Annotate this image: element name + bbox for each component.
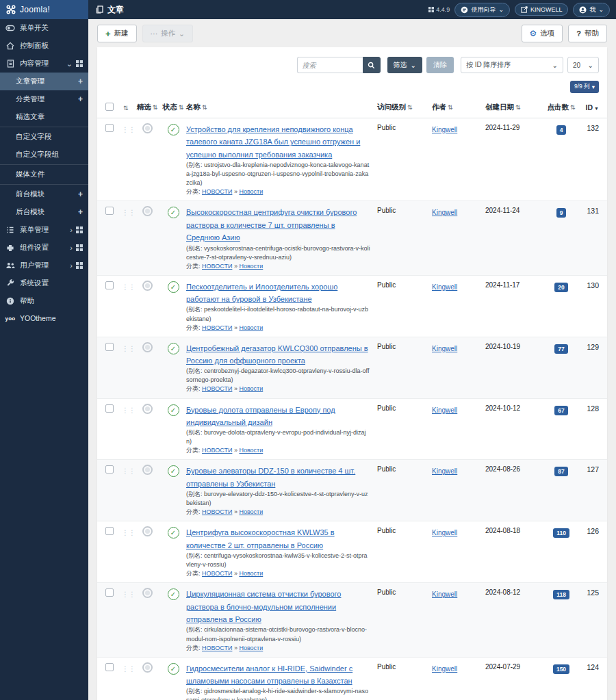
featured-toggle-icon[interactable] [142, 526, 153, 536]
header-author[interactable]: 作者⇅ [432, 103, 485, 112]
filter-options-button[interactable]: 筛选 ⌄ [387, 57, 422, 73]
sidebar-item-admin-modules[interactable]: 后台模块 + [0, 203, 88, 221]
category-parent-link[interactable]: НОВОСТИ [202, 645, 232, 651]
author-link[interactable]: Kingwell [432, 282, 457, 291]
category-link[interactable]: Новости [239, 508, 263, 515]
search-button[interactable] [363, 57, 381, 73]
row-checkbox[interactable] [105, 207, 114, 215]
row-checkbox[interactable] [105, 588, 114, 597]
new-button[interactable]: + 新建 [97, 25, 137, 42]
header-featured[interactable]: 精选⇅ [134, 103, 160, 112]
sidebar-item-menu-toggle[interactable]: 菜单开关 [0, 19, 88, 37]
featured-toggle-icon[interactable] [142, 281, 153, 291]
dashboard-grid-icon[interactable] [76, 60, 83, 67]
featured-toggle-icon[interactable] [142, 588, 153, 598]
featured-toggle-icon[interactable] [142, 342, 153, 352]
drag-handle-icon[interactable]: ⋮⋮ [122, 467, 136, 475]
drag-handle-icon[interactable]: ⋮⋮ [122, 209, 136, 216]
drag-handle-icon[interactable]: ⋮⋮ [122, 665, 136, 673]
drag-handle-icon[interactable]: ⋮⋮ [122, 345, 136, 352]
featured-toggle-icon[interactable] [142, 465, 153, 475]
columns-toggle-button[interactable]: 9/9 列 ▾ [570, 81, 599, 93]
status-published-icon[interactable]: ✓ [168, 404, 179, 416]
author-link[interactable]: Kingwell [432, 466, 457, 475]
drag-handle-icon[interactable]: ⋮⋮ [122, 406, 136, 414]
sidebar-item-site-modules[interactable]: 前台模块 + [0, 185, 88, 203]
sidebar-item-fields[interactable]: 自定义字段 [0, 128, 88, 146]
guide-pill-button[interactable]: 使用向导 ⌄ [454, 3, 510, 17]
article-title-link[interactable]: Высокоскоростная центрифуга очистки буро… [186, 208, 357, 242]
author-link[interactable]: Kingwell [432, 528, 457, 536]
author-link[interactable]: Kingwell [432, 125, 457, 133]
category-parent-link[interactable]: НОВОСТИ [202, 570, 232, 577]
category-parent-link[interactable]: НОВОСТИ [202, 324, 232, 331]
featured-toggle-icon[interactable] [142, 123, 153, 133]
dashboard-grid-icon[interactable] [76, 262, 83, 269]
drag-handle-icon[interactable]: ⋮⋮ [122, 591, 136, 598]
category-parent-link[interactable]: НОВОСТИ [202, 447, 232, 454]
author-link[interactable]: Kingwell [432, 589, 457, 598]
sidebar-item-yootheme[interactable]: yoo YOOtheme [0, 310, 88, 326]
clear-button[interactable]: 清除 [426, 57, 454, 73]
article-title-link[interactable]: Буровые элеваторы DDZ-150 в количестве 4… [186, 467, 355, 487]
status-published-icon[interactable]: ✓ [168, 663, 179, 675]
featured-toggle-icon[interactable] [142, 206, 153, 216]
row-checkbox[interactable] [105, 404, 114, 413]
dashboard-grid-icon[interactable] [76, 244, 83, 251]
status-published-icon[interactable]: ✓ [168, 343, 179, 354]
ordering-sort-icon[interactable]: ⇅ [123, 105, 129, 112]
category-link[interactable]: Новости [239, 447, 263, 454]
drag-handle-icon[interactable]: ⋮⋮ [122, 283, 136, 291]
article-title-link[interactable]: Гидросмесители аналог к HI-RIDE, Saidwin… [186, 664, 352, 685]
featured-toggle-icon[interactable] [142, 404, 153, 414]
category-link[interactable]: Новости [239, 570, 263, 577]
row-checkbox[interactable] [105, 124, 114, 132]
category-parent-link[interactable]: НОВОСТИ [202, 188, 232, 195]
site-preview-pill-button[interactable]: KINGWELL [515, 3, 569, 16]
status-published-icon[interactable]: ✓ [168, 124, 179, 135]
sidebar-item-media[interactable]: 媒体文件 [0, 166, 88, 183]
sidebar-item-users[interactable]: 用户管理 › [0, 257, 88, 274]
header-id[interactable]: ID▼ [577, 103, 599, 112]
status-published-icon[interactable]: ✓ [168, 527, 179, 539]
category-link[interactable]: Новости [239, 188, 263, 195]
row-checkbox[interactable] [105, 343, 114, 351]
add-category-icon[interactable]: + [78, 94, 83, 104]
author-link[interactable]: Kingwell [432, 207, 457, 216]
sidebar-item-components[interactable]: 组件设置 › [0, 239, 88, 257]
row-checkbox[interactable] [105, 527, 114, 535]
per-page-select[interactable]: 20 ⌄ [567, 57, 599, 73]
featured-toggle-icon[interactable] [142, 662, 153, 673]
article-title-link[interactable]: Устройство для крепления неподвижного ко… [186, 125, 360, 159]
category-parent-link[interactable]: НОВОСТИ [202, 508, 232, 515]
sidebar-item-help[interactable]: 帮助 [0, 292, 88, 310]
category-link[interactable]: Новости [239, 324, 263, 331]
status-published-icon[interactable]: ✓ [168, 207, 179, 218]
sidebar-item-articles[interactable]: 文章管理 + [0, 73, 88, 90]
sort-select[interactable]: 按 ID 降序排序 ⌄ [461, 57, 563, 73]
header-title[interactable]: 名称⇅ [186, 103, 377, 112]
sidebar-item-categories[interactable]: 分类管理 + [0, 90, 88, 108]
drag-handle-icon[interactable]: ⋮⋮ [122, 126, 136, 133]
dashboard-grid-icon[interactable] [76, 226, 83, 233]
article-title-link[interactable]: Циркуляционная система отчистки бурового… [186, 590, 341, 623]
author-link[interactable]: Kingwell [432, 405, 457, 414]
row-checkbox[interactable] [105, 465, 114, 474]
article-title-link[interactable]: Центробежный дегазатор KWLCQ300 отправле… [186, 344, 368, 365]
options-button[interactable]: ⚙ 选项 [522, 25, 563, 42]
author-link[interactable]: Kingwell [432, 343, 457, 352]
sidebar-item-featured[interactable]: 精选文章 [0, 108, 88, 126]
category-link[interactable]: Новости [239, 385, 263, 392]
status-published-icon[interactable]: ✓ [168, 465, 179, 477]
sidebar-item-content[interactable]: 内容管理 ⌄ [0, 55, 88, 73]
status-published-icon[interactable]: ✓ [168, 281, 179, 293]
header-hits[interactable]: 点击数⇅ [546, 103, 577, 112]
add-module-icon[interactable]: + [78, 190, 83, 199]
row-checkbox[interactable] [105, 663, 114, 671]
actions-button[interactable]: ⋯ 操作 ⌄ [142, 25, 193, 42]
sidebar-item-menus[interactable]: 菜单管理 › [0, 221, 88, 239]
article-title-link[interactable]: Пескоотделитель и Илоотделитель хорошо р… [186, 283, 337, 303]
sidebar-item-system[interactable]: 系统设置 [0, 274, 88, 292]
add-module-icon[interactable]: + [78, 207, 83, 217]
sidebar-item-dashboard[interactable]: 控制面板 [0, 37, 88, 55]
